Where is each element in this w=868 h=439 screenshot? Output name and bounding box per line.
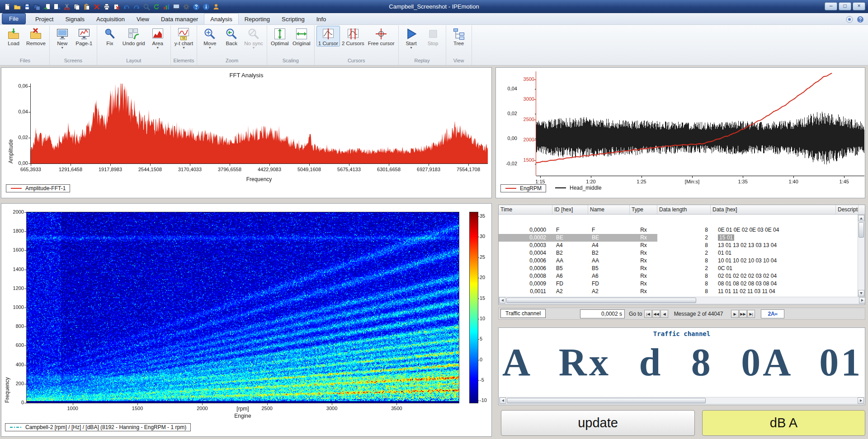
- print-icon[interactable]: [102, 2, 111, 11]
- tab-signals[interactable]: Signals: [59, 14, 90, 24]
- close-file-icon[interactable]: [112, 2, 121, 11]
- vcr-back-button-1[interactable]: ◀◀: [652, 310, 660, 318]
- vcr-forward-button-2[interactable]: ▶|: [747, 310, 755, 318]
- engrpm-legend[interactable]: EngRPM: [500, 184, 546, 192]
- cut-icon[interactable]: [62, 2, 71, 11]
- ribbon-button-load[interactable]: Load: [3, 26, 24, 47]
- user-icon[interactable]: [212, 2, 220, 11]
- help-circle-icon[interactable]: [856, 15, 864, 23]
- new-file-icon[interactable]: [3, 2, 11, 11]
- ribbon-button-stop[interactable]: Stop: [422, 26, 444, 47]
- scroll-up-button[interactable]: [858, 215, 864, 221]
- copy-icon[interactable]: [72, 2, 81, 11]
- table-horizontal-scrollbar[interactable]: [499, 297, 865, 304]
- head-middle-legend[interactable]: Head_middle: [555, 185, 602, 191]
- ribbon-button-fix[interactable]: Fix: [99, 26, 121, 47]
- dropdown-arrow-icon[interactable]: ▾: [183, 46, 184, 49]
- table-row[interactable]: 0,0003A4A4Rx813 01 13 02 13 03 13 04: [499, 242, 836, 249]
- delete-icon[interactable]: [92, 2, 101, 11]
- tab-project[interactable]: Project: [29, 14, 59, 24]
- message-id-button[interactable]: 2AH: [761, 309, 784, 318]
- save-all-icon[interactable]: [33, 2, 41, 11]
- campbell-legend[interactable]: Campbell-2 [rpm] / [Hz] / [dBA] (8192 - …: [5, 423, 191, 431]
- open-file-icon[interactable]: [13, 2, 21, 11]
- table-row[interactable]: 0,0011A2A2Rx811 01 11 02 11 03 11 04: [499, 288, 836, 295]
- column-header-description[interactable]: Description: [836, 205, 859, 214]
- dba-button[interactable]: dB A: [702, 410, 865, 436]
- traffic-horizontal-scrollbar[interactable]: [499, 397, 864, 404]
- dropdown-arrow-icon[interactable]: ▾: [157, 46, 159, 49]
- save-icon[interactable]: [23, 2, 31, 11]
- dropdown-arrow-icon[interactable]: ▾: [410, 46, 412, 49]
- style-icon[interactable]: [845, 15, 854, 23]
- maximize-button[interactable]: □: [839, 2, 851, 10]
- scroll-down-button[interactable]: [858, 290, 864, 296]
- ribbon-button-area[interactable]: Area▾: [147, 26, 169, 50]
- campbell-chart-canvas[interactable]: [1, 204, 491, 436]
- ribbon-button-2-cursors[interactable]: 2 Cursors: [340, 26, 366, 47]
- table-row[interactable]: 0,0002BEBERx215 01: [499, 234, 836, 242]
- display-icon[interactable]: [172, 2, 180, 11]
- ribbon-button-page-1[interactable]: Page-1: [73, 26, 95, 47]
- vcr-back-button-0[interactable]: |◀: [644, 310, 652, 318]
- scroll-right-button[interactable]: [859, 297, 865, 304]
- dropdown-arrow-icon[interactable]: ▾: [209, 46, 211, 49]
- paste-icon[interactable]: [82, 2, 91, 11]
- table-row[interactable]: 0,0009FDFDRx808 01 08 02 08 03 08 04: [499, 280, 836, 288]
- ribbon-button-new[interactable]: New▾: [52, 26, 73, 50]
- update-button[interactable]: update: [501, 410, 695, 436]
- tab-scripting[interactable]: Scripting: [276, 14, 311, 24]
- column-header-data-hex[interactable]: Data [hex]: [711, 205, 836, 214]
- import-icon[interactable]: [42, 2, 51, 11]
- dropdown-arrow-icon[interactable]: ▾: [61, 46, 63, 49]
- tab-info[interactable]: Info: [311, 14, 332, 24]
- vcr-forward-button-0[interactable]: ▶: [731, 310, 739, 318]
- ribbon-button-no-sync[interactable]: No sync▾: [242, 26, 265, 50]
- ribbon-button-1-cursor[interactable]: 1 Cursor: [316, 26, 340, 47]
- vcr-back-button-2[interactable]: ◀: [660, 310, 668, 318]
- column-header-data-length[interactable]: Data length: [657, 205, 711, 214]
- time-chart-canvas[interactable]: [496, 68, 865, 198]
- dropdown-arrow-icon[interactable]: ▾: [253, 46, 255, 49]
- minimize-button[interactable]: –: [825, 2, 837, 10]
- table-row[interactable]: 0,0008A6A6Rx802 01 02 02 02 03 02 04: [499, 272, 836, 280]
- export-icon[interactable]: [52, 2, 61, 11]
- refresh-icon[interactable]: [152, 2, 160, 11]
- zoom-icon[interactable]: [142, 2, 151, 11]
- tab-acquisition[interactable]: Acquisition: [90, 14, 131, 24]
- tab-file[interactable]: File: [2, 13, 26, 24]
- ribbon-button-optimal[interactable]: Optimal: [269, 26, 291, 47]
- horizontal-scroll-thumb[interactable]: [507, 398, 706, 403]
- fft-legend[interactable]: Amplitude-FFT-1: [6, 184, 70, 192]
- ribbon-button-remove[interactable]: Remove: [24, 26, 47, 47]
- tab-reporting[interactable]: Reporting: [239, 14, 276, 24]
- table-row[interactable]: 0,0006B5B5Rx20C 01: [499, 265, 836, 272]
- ribbon-button-y-t-chart[interactable]: Yty-t chart▾: [173, 26, 195, 50]
- ribbon-button-move[interactable]: Move▾: [199, 26, 221, 50]
- ribbon-button-undo-grid[interactable]: Undo grid: [121, 26, 147, 47]
- table-row[interactable]: 0,0006AAAARx810 01 10 02 10 03 10 04: [499, 257, 836, 265]
- ribbon-button-original[interactable]: Original: [291, 26, 312, 47]
- ribbon-button-free-cursor[interactable]: Free cursor: [366, 26, 396, 47]
- column-header-name[interactable]: Name: [588, 205, 630, 214]
- tab-view[interactable]: View: [131, 14, 155, 24]
- scroll-left-button[interactable]: [499, 297, 505, 304]
- vcr-forward-button-1[interactable]: ▶▶: [739, 310, 747, 318]
- tab-data-manager[interactable]: Data manager: [155, 14, 204, 24]
- column-header-id-hex[interactable]: ID [hex]: [552, 205, 588, 214]
- time-position-field[interactable]: 0,0002 s: [580, 309, 625, 318]
- scroll-right-button[interactable]: [858, 397, 864, 404]
- scroll-left-button[interactable]: [500, 397, 506, 404]
- chart-icon[interactable]: [162, 2, 170, 11]
- table-row[interactable]: 0,0004B2B2Rx201 01: [499, 249, 836, 257]
- table-row[interactable]: 0,0000FFRx80E 01 0E 02 0E 03 0E 04: [499, 226, 836, 234]
- column-header-type[interactable]: Type: [630, 205, 657, 214]
- tab-analysis[interactable]: Analysis: [204, 13, 238, 24]
- goto-button[interactable]: Go to: [629, 311, 642, 317]
- info-icon[interactable]: [202, 2, 210, 11]
- table-vertical-scrollbar[interactable]: [858, 215, 865, 297]
- traffic-channel-label[interactable]: Traffic channel: [500, 309, 546, 318]
- horizontal-scroll-thumb[interactable]: [506, 298, 696, 303]
- close-button[interactable]: ×: [853, 2, 865, 10]
- ribbon-button-start[interactable]: Start▾: [401, 26, 422, 50]
